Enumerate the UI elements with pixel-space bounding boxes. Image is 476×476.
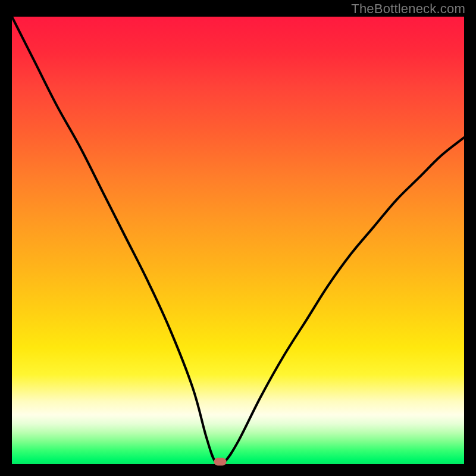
watermark-text: TheBottleneck.com	[351, 1, 465, 17]
chart-frame: TheBottleneck.com	[0, 0, 476, 476]
bottleneck-curve	[12, 17, 464, 464]
minimum-marker	[214, 458, 226, 466]
curve-path	[12, 17, 464, 464]
plot-area	[12, 17, 464, 464]
